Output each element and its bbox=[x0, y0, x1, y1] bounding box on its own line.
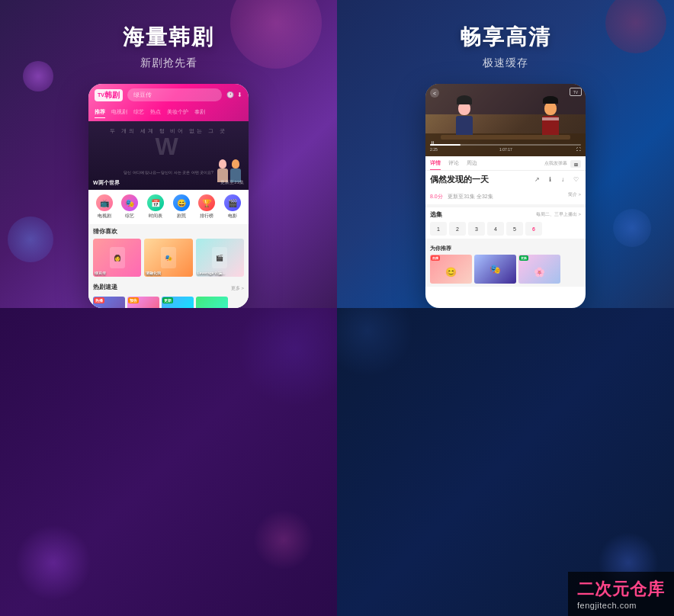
watermark-url: fengjitech.com bbox=[577, 601, 665, 610]
decorative-circle-2 bbox=[8, 217, 53, 262]
rec-card-3-img: 🌸 bbox=[518, 255, 560, 284]
hot-card-4[interactable] bbox=[196, 297, 228, 308]
cat-variety-label: 综艺 bbox=[125, 213, 134, 220]
top-right-blob bbox=[238, 308, 337, 407]
cat-movie[interactable]: 🎬 电影 bbox=[224, 194, 241, 220]
drama-card-3[interactable]: 🎬 Leverage诈骗... bbox=[196, 239, 244, 277]
nav-item-tv[interactable]: 电视剧 bbox=[111, 108, 127, 118]
download-icon[interactable]: ⬇ bbox=[237, 91, 242, 98]
rec-card-3[interactable]: 更新 🌸 bbox=[518, 255, 560, 284]
hot-cards: 热播 预告 更新 bbox=[93, 297, 244, 308]
drama-banner[interactable]: 두 개의 세계 텅 비어 없는 그 곳 W 당신 어디에 있나요— 당신이 사는… bbox=[88, 121, 249, 190]
nav-item-variety[interactable]: 综艺 bbox=[133, 108, 144, 118]
cat-movie-icon: 🎬 bbox=[224, 194, 241, 211]
fullscreen-icon[interactable]: ⛶ bbox=[576, 147, 581, 152]
app-logo-row: TV 韩剧 绿豆传 🕐 ⬇ bbox=[95, 88, 242, 101]
hot-more-btn[interactable]: 更多 > bbox=[231, 285, 244, 292]
info-icon[interactable]: ℹ bbox=[544, 175, 555, 185]
episode-header: 选集 每周二、三早上播出 > bbox=[430, 210, 581, 219]
video-player[interactable]: < TV ⏸ 2:25 1:07:17 bbox=[425, 84, 586, 156]
tab-detail[interactable]: 详情 bbox=[430, 156, 441, 170]
logo-tv-text: TV bbox=[98, 92, 104, 98]
hot-card-1[interactable]: 热播 bbox=[93, 297, 125, 308]
top-left-panel: 海量韩剧 新剧抢先看 TV 韩剧 绿豆传 🕐 ⬇ 推荐 电视 bbox=[0, 0, 337, 308]
progress-bar[interactable] bbox=[430, 144, 581, 146]
search-placeholder: 绿豆传 bbox=[133, 91, 152, 99]
nav-item-thai[interactable]: 泰剧 bbox=[194, 108, 205, 118]
top-right-deco-2 bbox=[613, 209, 651, 247]
episode-schedule[interactable]: 每周二、三早上播出 > bbox=[536, 211, 581, 218]
rec-card-2-img: 🎭 bbox=[474, 255, 516, 284]
cat-lacking-label: 剧荒 bbox=[177, 213, 186, 220]
time-current: 2:25 bbox=[430, 147, 438, 152]
cat-variety-icon: 🎭 bbox=[121, 194, 138, 211]
right-rec-cards: 热播 😊 🎭 更新 🌸 bbox=[430, 255, 581, 284]
barrage-label[interactable]: 点我发弹幕 bbox=[544, 160, 567, 167]
episode-1[interactable]: 1 bbox=[430, 222, 447, 236]
cat-movie-label: 电影 bbox=[228, 213, 237, 220]
hot-badge-1: 热播 bbox=[94, 297, 104, 303]
progress-fill bbox=[430, 144, 461, 146]
back-button[interactable]: < bbox=[430, 88, 439, 98]
drama-main-title: 偶然发现的一天 bbox=[430, 174, 489, 185]
episode-3[interactable]: 3 bbox=[468, 222, 485, 236]
drama-actions: ↗ ℹ ↓ ♡ bbox=[531, 175, 581, 185]
like-icon[interactable]: ♡ bbox=[570, 175, 581, 185]
download-icon[interactable]: ↓ bbox=[557, 175, 568, 185]
rec-card-1-img: 😊 bbox=[430, 255, 472, 284]
cat-schedule-icon: 📅 bbox=[147, 194, 164, 211]
barrage-icon[interactable]: ⊞ bbox=[570, 160, 581, 168]
drama-cards: 👩 绿豆传 🎭 请融化我 🎬 Leverage诈 bbox=[93, 239, 244, 277]
cat-tv[interactable]: 📺 电视剧 bbox=[96, 194, 113, 220]
decorative-circle-1 bbox=[230, 0, 322, 69]
tab-peripheral[interactable]: 周边 bbox=[467, 156, 477, 170]
nav-item-recommend[interactable]: 推荐 bbox=[95, 108, 105, 118]
search-bar[interactable]: 绿豆传 bbox=[127, 88, 222, 101]
episode-label: 选集 bbox=[430, 210, 442, 219]
rec-card-1[interactable]: 热播 😊 bbox=[430, 255, 472, 284]
intro-link[interactable]: 简介 > bbox=[568, 191, 581, 198]
share-icon[interactable]: ↗ bbox=[531, 175, 542, 185]
cat-ranking[interactable]: 🏆 排行榜 bbox=[198, 194, 215, 220]
drama-update: 更新至31集 全32集 bbox=[448, 194, 493, 199]
chevron-left-icon: < bbox=[433, 91, 436, 96]
drama-title-row: 偶然发现的一天 ↗ ℹ ↓ ♡ bbox=[430, 174, 581, 185]
hot-badge-2: 预告 bbox=[128, 297, 139, 303]
hot-badge-3: 更新 bbox=[162, 297, 173, 303]
cat-lacking[interactable]: 😅 剧荒 bbox=[173, 194, 190, 220]
cat-schedule[interactable]: 📅 时间表 bbox=[147, 194, 164, 220]
right-recommend-label: 为你推荐 bbox=[430, 245, 581, 252]
drama-meta-row: 8.0分 更新至31集 全32集 简介 > bbox=[430, 188, 581, 201]
hot-card-3[interactable]: 更新 bbox=[162, 297, 194, 308]
tv-badge[interactable]: TV bbox=[570, 88, 582, 96]
rec-card-2[interactable]: 🎭 bbox=[474, 255, 516, 284]
bottom-right-panel bbox=[337, 308, 674, 616]
nav-item-beauty[interactable]: 美妆个护 bbox=[167, 108, 188, 118]
nav-item-hot[interactable]: 热点 bbox=[150, 108, 161, 118]
episode-5[interactable]: 5 bbox=[506, 222, 523, 236]
drama-card-1[interactable]: 👩 绿豆传 bbox=[93, 239, 141, 277]
banner-logo-w: W bbox=[155, 133, 181, 161]
hot-label: 热剧速递 bbox=[93, 283, 117, 291]
hot-card-2[interactable]: 预告 bbox=[127, 297, 159, 308]
bottom-left-panel bbox=[0, 308, 337, 616]
episode-2[interactable]: 2 bbox=[449, 222, 466, 236]
left-subtitle: 新剧抢先看 bbox=[140, 56, 197, 70]
character-right bbox=[542, 101, 559, 135]
time-total: 1:07:17 bbox=[499, 147, 512, 152]
cat-schedule-label: 时间表 bbox=[149, 213, 162, 220]
time-row: 2:25 1:07:17 ⛶ bbox=[430, 147, 581, 152]
history-icon[interactable]: 🕐 bbox=[226, 91, 234, 98]
banner-update: 更新至23集 bbox=[220, 179, 244, 187]
cat-variety[interactable]: 🎭 综艺 bbox=[121, 194, 138, 220]
tab-comment[interactable]: 评论 bbox=[448, 156, 459, 170]
tv-badge-text: TV bbox=[573, 90, 578, 95]
decorative-circle-3 bbox=[23, 61, 53, 91]
right-subtitle: 极速缓存 bbox=[483, 56, 528, 70]
drama-card-2[interactable]: 🎭 请融化我 bbox=[144, 239, 192, 277]
episode-6[interactable]: 6 bbox=[525, 222, 542, 236]
watermark-title: 二次元仓库 bbox=[577, 578, 665, 601]
episode-4[interactable]: 4 bbox=[487, 222, 504, 236]
recommend-section: 猜你喜欢 👩 绿豆传 🎭 请融化我 bbox=[88, 224, 249, 280]
left-phone-mockup: TV 韩剧 绿豆传 🕐 ⬇ 推荐 电视剧 综艺 热点 美妆个护 泰剧 bbox=[88, 84, 249, 308]
